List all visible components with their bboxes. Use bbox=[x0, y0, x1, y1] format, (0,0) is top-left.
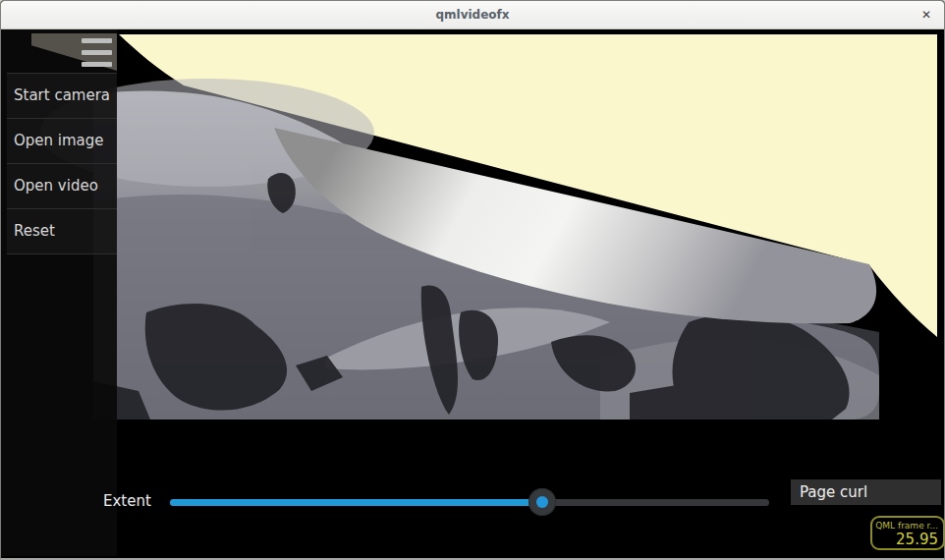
effect-select-button[interactable]: Page curl bbox=[791, 479, 941, 505]
extent-slider[interactable] bbox=[170, 485, 799, 519]
fps-value: 25.95 bbox=[872, 531, 938, 548]
menu-item-reset[interactable]: Reset bbox=[7, 208, 117, 254]
slider-handle-dot bbox=[536, 496, 548, 508]
slider-fill bbox=[170, 499, 535, 506]
slider-track[interactable] bbox=[170, 499, 769, 506]
slider-label: Extent bbox=[103, 492, 151, 510]
fps-readout: QML frame r... 25.95 bbox=[870, 516, 944, 550]
sidebar: Start camera Open image Open video Reset bbox=[1, 29, 117, 556]
menu-item-open-image[interactable]: Open image bbox=[7, 118, 117, 163]
sidebar-menu: Start camera Open image Open video Reset bbox=[7, 73, 117, 254]
fps-label: QML frame r... bbox=[872, 521, 938, 531]
menu-toggle-button[interactable] bbox=[82, 38, 112, 74]
content-area: Start camera Open image Open video Reset… bbox=[1, 29, 944, 559]
hamburger-icon bbox=[82, 62, 112, 67]
window-title: qmlvideofx bbox=[1, 1, 944, 28]
slider-handle[interactable] bbox=[528, 488, 556, 516]
close-button[interactable]: ✕ bbox=[918, 1, 934, 28]
menu-item-start-camera[interactable]: Start camera bbox=[7, 73, 117, 118]
menu-item-open-video[interactable]: Open video bbox=[7, 163, 117, 208]
title-bar: qmlvideofx ✕ bbox=[1, 1, 944, 29]
app-window: qmlvideofx ✕ bbox=[0, 0, 945, 560]
hamburger-icon bbox=[82, 50, 112, 55]
hamburger-icon bbox=[82, 38, 112, 43]
